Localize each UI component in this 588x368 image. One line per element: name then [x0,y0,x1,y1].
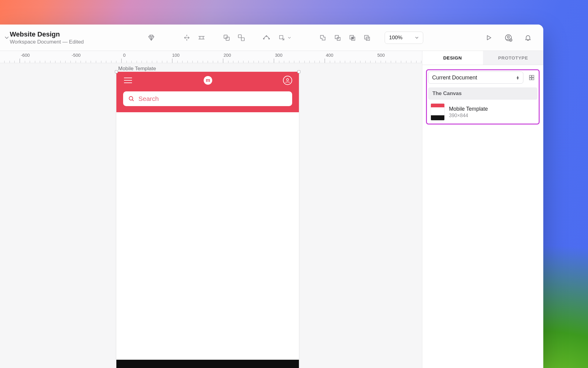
search-placeholder: Search [138,95,159,102]
hamburger-menu-icon[interactable] [123,75,133,85]
svg-rect-14 [366,37,369,40]
desktop-wallpaper: Website Design Workspace Document — Edit… [0,0,588,368]
document-menu-chevron[interactable] [4,35,10,41]
grid-view-icon[interactable] [526,72,537,83]
subtract-icon[interactable] [330,32,345,44]
chevron-down-icon [414,35,419,40]
svg-rect-12 [351,37,353,39]
ruler-label: 400 [326,53,333,58]
svg-point-16 [507,36,510,38]
title-block: Website Design Workspace Document — Edit… [10,30,84,45]
svg-rect-22 [530,78,531,80]
ruler-label: -500 [72,53,81,58]
ruler-label: 100 [172,53,179,58]
ruler-label: 0 [123,53,126,58]
mobile-footer: Subscribe to our newsletter A digest of … [116,360,299,368]
search-input[interactable]: Search [123,91,292,106]
tab-design[interactable]: DESIGN [422,51,483,65]
edit-shape-icon[interactable] [259,32,274,44]
svg-rect-0 [224,35,227,38]
svg-rect-1 [226,37,229,40]
play-icon[interactable] [482,31,496,44]
svg-rect-3 [241,38,244,41]
app-window: Website Design Workspace Document — Edit… [0,25,543,368]
ruler-label: -600 [21,53,30,58]
artboard-mobile-template[interactable]: m Search Subscri [116,72,299,368]
tab-prototype[interactable]: PROTOTYPE [483,51,544,65]
source-select-value: Current Document [432,75,477,81]
selection-handle-tl[interactable] [115,70,118,73]
chevron-down-icon [287,35,292,40]
ruler-label: 500 [377,53,385,58]
mobile-header: m Search [116,72,299,112]
artboard-label[interactable]: Mobile Template [118,66,156,72]
document-title: Website Design [10,30,84,38]
sketch-diamond-icon[interactable] [142,32,160,44]
distribute-vertical-icon[interactable] [194,32,209,44]
inspector-highlight-region: Current Document ▲▼ The Canvas [426,69,540,125]
canvas[interactable]: Mobile Template m [0,63,422,368]
artboard-item-dimensions: 390×844 [449,113,488,118]
distribute-horizontal-icon[interactable] [179,32,194,44]
group-icon[interactable] [219,32,234,44]
inspector-panel: DESIGN PROTOTYPE Current Document ▲▼ [422,51,543,368]
selection-handle-tr[interactable] [297,70,300,73]
share-user-icon[interactable] [502,31,515,44]
svg-point-5 [269,38,270,39]
toolbar: Website Design Workspace Document — Edit… [0,25,543,51]
tool-row: 100% [142,32,423,44]
zoom-select[interactable]: 100% [385,32,423,44]
union-icon[interactable] [315,32,330,44]
chevron-updown-icon: ▲▼ [516,76,519,79]
search-icon [128,95,135,102]
avatar-icon[interactable] [283,76,292,85]
svg-rect-23 [532,78,534,80]
ungroup-icon[interactable] [234,32,249,44]
ruler-label: 300 [275,53,282,58]
svg-rect-8 [335,35,338,39]
svg-point-18 [287,79,289,81]
artboard-item-name: Mobile Template [449,106,488,112]
svg-rect-2 [238,35,241,38]
canvas-area: -600-5000100200300400500 Mobile Template… [0,51,422,368]
difference-icon[interactable] [360,32,374,44]
logo-letter: m [206,78,210,83]
document-subtitle: Workspace Document — Edited [10,39,84,45]
zoom-value: 100% [389,35,402,41]
logo-icon[interactable]: m [204,76,212,85]
scale-tool[interactable] [274,32,296,44]
mobile-content-area [116,112,299,360]
ruler-label: 200 [224,53,231,58]
artboard-thumbnail [431,103,445,121]
svg-point-4 [263,38,264,39]
svg-rect-20 [530,75,531,77]
svg-point-19 [129,97,133,100]
source-document-select[interactable]: Current Document ▲▼ [428,71,523,84]
intersect-icon[interactable] [345,32,360,44]
inspector-section-header: The Canvas [428,87,537,100]
inspector-tabs: DESIGN PROTOTYPE [422,51,543,65]
bell-icon[interactable] [521,31,535,44]
horizontal-ruler[interactable]: -600-5000100200300400500 [0,51,422,63]
svg-rect-21 [532,75,534,77]
artboard-list-item[interactable]: Mobile Template 390×844 [428,100,537,121]
